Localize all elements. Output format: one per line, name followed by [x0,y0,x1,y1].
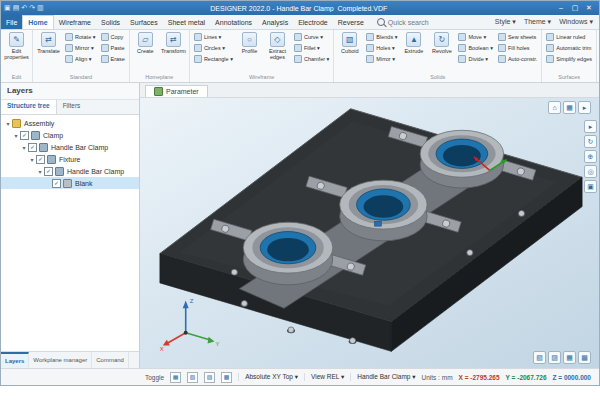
view-rel-select[interactable]: View REL ▾ [304,373,344,381]
ribbon-button-create[interactable]: ▱Create [132,31,159,54]
ribbon-button-lines[interactable]: Lines ▾ [192,31,235,42]
active-part-select[interactable]: Handle Bar Clamp ▾ [350,373,415,381]
tabrow-right-menus: Style ▾Theme ▾Windows ▾ [489,15,599,29]
ribbon-button-mirror[interactable]: Mirror ▾ [364,53,399,64]
ribbon-button-revolve[interactable]: ↻Revolve [428,31,455,54]
tree-item-handle-bar-clamp[interactable]: ▾✓Handle Bar Clamp [1,165,139,177]
app-logo-icon[interactable]: ▣ [4,4,11,12]
ribbon-button-blends[interactable]: Blends ▾ [364,31,399,42]
view-settings-icon[interactable]: ▸ [578,101,591,114]
toggle-edges-icon[interactable]: ▨ [204,372,215,383]
ribbon-button-extrude[interactable]: ▲Extrude [400,31,427,54]
panel-tab-structure-tree[interactable]: Structure tree [1,100,57,114]
checkbox[interactable]: ✓ [36,155,45,164]
ribbon-button-edit-properties[interactable]: ✎Edit properties [3,31,30,60]
grid-icon[interactable]: ▦ [563,351,576,364]
checkbox[interactable]: ✓ [20,131,29,140]
rotate-view-icon[interactable]: ↻ [584,135,597,148]
bottom-tab-workplane-manager[interactable]: Workplane manager [29,352,92,368]
viewport-canvas[interactable]: X Y Z ⌂▦▸ ▸↻⊕◎▣ ▧▨▦▩ [140,98,599,368]
maximize-button[interactable]: ▢ [568,4,582,12]
ribbon-button-fill-holes[interactable]: Fill holes [496,42,539,53]
pan-icon[interactable]: ⊕ [584,150,597,163]
checkbox[interactable]: ✓ [44,167,53,176]
tab-annotations[interactable]: Annotations [210,15,257,29]
ribbon-button-erase[interactable]: Erase [99,53,127,64]
maximize-view-icon[interactable]: ▩ [578,351,591,364]
panel-tab-filters[interactable]: Filters [57,100,87,114]
curve-icon [294,33,302,41]
tab-parameter[interactable]: Parameter [145,85,208,97]
tree-item-handle-bar-clamp[interactable]: ▾✓Handle Bar Clamp [1,141,139,153]
ribbon-button-chamfer[interactable]: Chamfer ▾ [292,53,331,64]
ribbon-button-move[interactable]: Move ▾ [456,31,494,42]
ribbon-button-sew-sheets[interactable]: Sew sheets [496,31,539,42]
ribbon-button-curve[interactable]: Curve ▾ [292,31,331,42]
ribbon-button-auto-constr[interactable]: Auto-constr. [496,53,539,64]
minimize-button[interactable]: – [554,4,568,12]
expander-icon[interactable]: ▾ [36,168,44,175]
ribbon-group-wireframe: Lines ▾Circles ▾Rectangle ▾○Profile◇Extr… [190,30,334,82]
ribbon-button-rectangle[interactable]: Rectangle ▾ [192,53,235,64]
tree-item-clamp[interactable]: ▾✓Clamp [1,129,139,141]
ribbon-button-divide[interactable]: Divide ▾ [456,53,494,64]
zoom-icon[interactable]: ◎ [584,165,597,178]
ribbon-button-simplify-edges[interactable]: Simplify edges [544,53,594,64]
expander-icon[interactable]: ▾ [4,120,12,127]
quick-search[interactable]: Quick search [369,15,437,29]
ribbon-button-rotate[interactable]: Rotate ▾ [63,31,98,42]
select-icon[interactable]: ▸ [584,120,597,133]
tab-analysis[interactable]: Analysis [257,15,293,29]
ribbon-button-copy[interactable]: Copy [99,31,127,42]
redo-icon[interactable]: ↷ [29,4,35,12]
checkbox[interactable]: ✓ [28,143,37,152]
ribbon-button-cuboid[interactable]: ▧Cuboid [336,31,363,54]
checkbox[interactable]: ✓ [52,179,61,188]
ribbon-button-automatic-trim[interactable]: Automatic trim [544,42,594,53]
ribbon-button-profile[interactable]: ○Profile [236,31,263,54]
tree-item-fixture[interactable]: ▾✓Fixture [1,153,139,165]
close-button[interactable]: ✕ [582,4,596,12]
ribbon-button-extract-edges[interactable]: ◇Extract edges [264,31,291,60]
menu-style[interactable]: Style ▾ [495,18,516,26]
undo-icon[interactable]: ↶ [21,4,27,12]
view-plane-select[interactable]: Absolute XY Top ▾ [238,373,298,381]
expander-icon[interactable]: ▾ [20,144,28,151]
tab-reverse[interactable]: Reverse [333,15,369,29]
toggle-shaded-icon[interactable]: ▧ [187,372,198,383]
expander-icon[interactable]: ▾ [12,132,20,139]
fit-view-icon[interactable]: ▣ [584,180,597,193]
menu-windows[interactable]: Windows ▾ [559,18,593,26]
ribbon-button-translate[interactable]: ⇄Translate [35,31,62,54]
tab-wireframe[interactable]: Wireframe [54,15,96,29]
save-icon[interactable]: ▤ [13,4,20,12]
tab-sheet-metal[interactable]: Sheet metal [163,15,210,29]
toggle-wireframe-icon[interactable]: ▦ [170,372,181,383]
expander-icon[interactable]: ▾ [28,156,36,163]
ribbon-button-circles[interactable]: Circles ▾ [192,42,235,53]
menu-theme[interactable]: Theme ▾ [524,18,551,26]
ribbon-button-mirror[interactable]: Mirror ▾ [63,42,98,53]
tab-file[interactable]: File [1,15,22,29]
tab-electrode[interactable]: Electrode [293,15,333,29]
tab-solids[interactable]: Solids [96,15,125,29]
display-wireframe-icon[interactable]: ▨ [548,351,561,364]
ribbon-button-boolean[interactable]: Boolean ▾ [456,42,494,53]
ribbon-button-holes[interactable]: Holes ▾ [364,42,399,53]
home-view-icon[interactable]: ⌂ [548,101,561,114]
tree-item-blank[interactable]: ✓Blank [1,177,139,189]
bottom-tab-layers[interactable]: Layers [1,352,29,368]
bottom-tab-command[interactable]: Command [92,352,129,368]
ribbon-button-paste[interactable]: Paste [99,42,127,53]
tab-surfaces[interactable]: Surfaces [125,15,163,29]
display-shaded-icon[interactable]: ▧ [533,351,546,364]
ribbon-button-transform[interactable]: ⇄Transform [160,31,187,54]
tab-home[interactable]: Home [22,15,53,29]
view-cube-icon[interactable]: ▦ [563,101,576,114]
ribbon-button-linear-ruled[interactable]: Linear ruled [544,31,594,42]
print-icon[interactable]: ▥ [37,4,44,12]
ribbon-button-fillet[interactable]: Fillet ▾ [292,42,331,53]
ribbon-button-align[interactable]: Align ▾ [63,53,98,64]
tree-item-assembly[interactable]: ▾Assembly [1,117,139,129]
toggle-grid-icon[interactable]: ▩ [221,372,232,383]
